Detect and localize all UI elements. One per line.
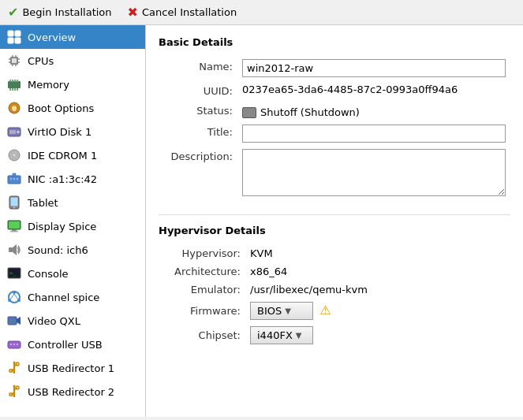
firmware-dropdown-arrow: ▼ [285, 307, 291, 315]
channel-icon [6, 289, 22, 305]
chipset-label: Chipset: [159, 323, 245, 348]
name-input[interactable] [242, 59, 506, 77]
firmware-row: Firmware: BIOS ▼ ⚠ [159, 299, 510, 323]
uuid-value: 0237ea65-3da6-4485-87c2-0993a0ff94a6 [237, 80, 510, 100]
sidebar-item-controller-usb-label: Controller USB [28, 339, 103, 351]
svg-rect-1 [15, 31, 21, 36]
emulator-label: Emulator: [159, 281, 245, 299]
console-icon: >_ [6, 266, 22, 281]
sidebar-item-boot-options[interactable]: ⚙ Boot Options [0, 96, 145, 120]
svg-rect-14 [8, 81, 21, 88]
sidebar-item-video-qxl[interactable]: Video QXL [0, 309, 145, 333]
sidebar-item-ide-cdrom[interactable]: IDE CDROM 1 [0, 143, 145, 167]
status-cell: Shutoff (Shutdown) [237, 100, 510, 121]
svg-rect-3 [15, 38, 21, 43]
sidebar-item-overview[interactable]: Overview [0, 25, 145, 49]
status-label: Status: [159, 100, 237, 121]
sidebar-item-memory[interactable]: Memory [0, 72, 145, 96]
svg-point-30 [13, 154, 16, 157]
sidebar-item-ide-cdrom-label: IDE CDROM 1 [28, 150, 97, 162]
sidebar-item-tablet[interactable]: Tablet [0, 191, 145, 214]
hypervisor-details-table: Hypervisor: KVM Architecture: x86_64 Emu… [159, 244, 510, 348]
svg-line-52 [11, 294, 15, 299]
sidebar-item-console[interactable]: >_ Console [0, 262, 145, 285]
status-row: Status: Shutoff (Shutdown) [159, 100, 510, 121]
sidebar-item-channel-spice-label: Channel spice [28, 292, 99, 303]
svg-marker-55 [17, 317, 21, 325]
uuid-label: UUID: [159, 80, 237, 100]
firmware-label: Firmware: [159, 299, 245, 323]
svg-rect-33 [10, 178, 12, 180]
svg-point-71 [13, 385, 16, 388]
sidebar-item-virtio-disk[interactable]: VirtIO Disk 1 [0, 120, 145, 143]
sidebar-item-channel-spice[interactable]: Channel spice [0, 285, 145, 309]
name-field-cell [237, 56, 510, 80]
status-icon [242, 107, 256, 118]
sound-icon [6, 242, 22, 258]
overview-icon [6, 29, 22, 45]
svg-rect-2 [8, 38, 13, 43]
cdrom-icon [6, 147, 22, 163]
name-label: Name: [159, 56, 237, 80]
architecture-label: Architecture: [159, 262, 245, 281]
sidebar-item-cpus-label: CPUs [28, 55, 54, 67]
svg-rect-44 [9, 247, 13, 252]
uuid-text: 0237ea65-3da6-4485-87c2-0993a0ff94a6 [242, 84, 458, 95]
svg-text:⚙: ⚙ [11, 106, 17, 113]
svg-rect-57 [10, 344, 12, 345]
chipset-row: Chipset: i440FX ▼ [159, 323, 510, 348]
svg-rect-38 [11, 198, 18, 206]
main-layout: Overview CPUs [0, 25, 523, 417]
content-area: Basic Details Name: UUID: 0237ea65-3da6-… [146, 25, 523, 417]
sidebar-item-display-spice[interactable]: Display Spice [0, 214, 145, 238]
sidebar-item-video-qxl-label: Video QXL [28, 315, 80, 327]
display-icon [6, 218, 22, 234]
x-icon: ✖ [128, 5, 138, 20]
description-input[interactable] [242, 149, 506, 196]
svg-rect-17 [14, 80, 16, 82]
svg-rect-35 [17, 178, 18, 180]
disk-icon [6, 124, 22, 139]
svg-rect-16 [12, 80, 13, 82]
sidebar-item-tablet-label: Tablet [28, 197, 58, 209]
sidebar-item-usb-redirector-2[interactable]: USB Redirector 2 [0, 380, 145, 403]
hypervisor-row: Hypervisor: KVM [159, 244, 510, 262]
sidebar-item-memory-label: Memory [28, 79, 69, 91]
sidebar-item-cpus[interactable]: CPUs [0, 49, 145, 72]
sidebar-item-console-label: Console [28, 268, 69, 280]
sidebar-item-sound-ich6[interactable]: Sound: ich6 [0, 238, 145, 262]
sidebar-item-nic[interactable]: NIC :a1:3c:42 [0, 167, 145, 191]
begin-installation-label: Begin Installation [22, 6, 111, 18]
chipset-dropdown[interactable]: i440FX ▼ [250, 326, 313, 344]
video-icon [6, 313, 22, 329]
uuid-row: UUID: 0237ea65-3da6-4485-87c2-0993a0ff94… [159, 80, 510, 100]
svg-rect-19 [9, 88, 11, 91]
svg-point-49 [13, 291, 16, 294]
firmware-dropdown-value: BIOS [257, 305, 282, 317]
cancel-installation-button[interactable]: ✖ Cancel Installation [128, 5, 237, 20]
controller-icon [6, 336, 22, 352]
svg-rect-15 [9, 80, 11, 82]
firmware-dropdown[interactable]: BIOS ▼ [250, 302, 313, 320]
sidebar-item-display-spice-label: Display Spice [28, 221, 96, 232]
svg-rect-5 [12, 58, 17, 63]
begin-installation-button[interactable]: ✔ Begin Installation [8, 5, 112, 20]
sidebar-item-controller-usb[interactable]: Controller USB [0, 333, 145, 356]
chipset-cell: i440FX ▼ [245, 323, 510, 348]
description-field-cell [237, 146, 510, 202]
title-input[interactable] [242, 125, 506, 143]
memory-icon [6, 76, 22, 92]
hypervisor-value: KVM [245, 244, 510, 262]
svg-rect-22 [17, 88, 18, 91]
architecture-row: Architecture: x86_64 [159, 262, 510, 281]
sidebar-item-usb-redirector-1[interactable]: USB Redirector 1 [0, 356, 145, 380]
hypervisor-details-title: Hypervisor Details [159, 225, 510, 236]
boot-icon: ⚙ [6, 100, 22, 116]
sidebar-item-overview-label: Overview [28, 32, 76, 43]
basic-details-title: Basic Details [159, 36, 510, 48]
svg-rect-20 [12, 88, 13, 91]
description-row: Description: [159, 146, 510, 202]
usb-icon-2 [6, 384, 22, 400]
sidebar-item-usb-redirector-1-label: USB Redirector 1 [28, 362, 114, 374]
svg-text:>_: >_ [9, 270, 17, 277]
